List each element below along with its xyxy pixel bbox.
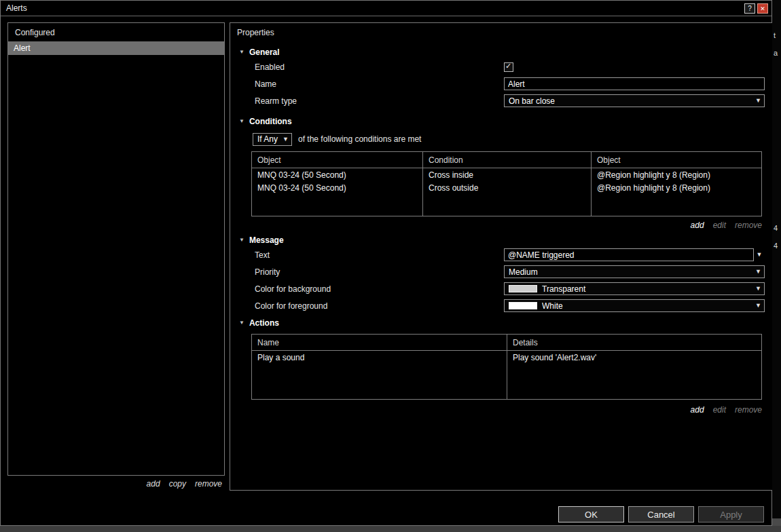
message-text-combo [504, 248, 765, 261]
table-filler [507, 364, 761, 399]
apply-button[interactable]: Apply [698, 506, 764, 522]
section-title: Conditions [249, 117, 292, 126]
remove-link[interactable]: remove [735, 221, 762, 230]
section-title: Actions [249, 318, 279, 328]
priority-dropdown[interactable]: Medium [504, 265, 765, 278]
table-cell[interactable]: Cross inside [423, 168, 592, 181]
section-actions-header[interactable]: Actions [239, 318, 772, 328]
rearm-type-dropdown[interactable]: On bar close [504, 94, 765, 107]
background-app-edge: t a 4 4 [772, 0, 781, 526]
help-button[interactable]: ? [744, 3, 755, 14]
edge-text-fragment: 4 [774, 242, 778, 250]
section-title: Message [249, 235, 284, 245]
cancel-button[interactable]: Cancel [628, 506, 694, 522]
edge-text-fragment: a [774, 49, 778, 57]
titlebar[interactable]: Alerts ? [1, 1, 771, 16]
dropdown-value: On bar close [509, 96, 755, 106]
conditions-match-row: If Any of the following conditions are m… [253, 132, 772, 147]
add-link[interactable]: add [691, 405, 704, 415]
enabled-label: Enabled [255, 62, 504, 72]
table-cell[interactable]: @Region highlight y 8 (Region) [592, 181, 761, 194]
alerts-window: Alerts ? Configured Alert add copy remov… [0, 0, 772, 526]
collapse-triangle-icon [239, 119, 244, 124]
dialog-footer: OK Cancel Apply [558, 506, 764, 522]
column-header: Object [252, 152, 423, 168]
table-cell[interactable]: MNQ 03-24 (50 Second) [252, 181, 423, 194]
text-label: Text [255, 250, 504, 260]
screen: Alerts ? Configured Alert add copy remov… [0, 0, 781, 532]
close-button[interactable] [757, 3, 768, 14]
ok-button[interactable]: OK [558, 506, 624, 522]
column-header: Condition [423, 152, 592, 168]
dropdown-value: Transparent [542, 284, 755, 294]
remove-link[interactable]: remove [735, 405, 762, 415]
column-header: Name [252, 335, 507, 351]
section-message-header[interactable]: Message [239, 235, 772, 245]
configured-panel: Configured Alert [7, 22, 225, 476]
foreground-color-dropdown[interactable]: White [504, 299, 765, 312]
priority-row: Priority Medium [255, 263, 772, 280]
section-title: General [249, 48, 280, 57]
collapse-triangle-icon [239, 320, 244, 326]
close-icon [760, 5, 765, 12]
properties-column: Properties General Enabled Name Rearm ty… [230, 22, 773, 491]
configured-column: Configured Alert add copy remove [7, 22, 225, 489]
configured-links: add copy remove [7, 479, 225, 489]
rearm-type-label: Rearm type [255, 96, 504, 106]
edit-link[interactable]: edit [713, 221, 726, 230]
chevron-down-icon [283, 136, 289, 142]
chevron-down-icon [755, 269, 761, 275]
table-cell[interactable]: Play sound 'Alert2.wav' [507, 351, 761, 364]
chevron-down-icon [755, 98, 761, 104]
table-filler [252, 364, 507, 399]
column-header: Object [592, 152, 761, 168]
table-cell[interactable]: MNQ 03-24 (50 Second) [252, 168, 423, 181]
add-link[interactable]: add [147, 479, 160, 489]
remove-link[interactable]: remove [195, 479, 222, 489]
color-swatch [509, 285, 537, 292]
conditions-links: add edit remove [251, 221, 762, 230]
table-filler [423, 194, 592, 216]
collapse-triangle-icon [239, 50, 244, 55]
window-title: Alerts [6, 3, 742, 13]
section-conditions-header[interactable]: Conditions [239, 116, 772, 126]
foreground-color-row: Color for foreground White [255, 297, 772, 314]
edit-link[interactable]: edit [713, 405, 726, 415]
column-header: Details [507, 335, 761, 351]
background-color-dropdown[interactable]: Transparent [504, 282, 765, 295]
dropdown-value: Medium [509, 267, 755, 277]
name-row: Name [255, 75, 772, 92]
list-item-alert[interactable]: Alert [8, 41, 224, 55]
section-general-header[interactable]: General [239, 47, 772, 57]
name-input[interactable] [504, 77, 765, 90]
dropdown-value: If Any [257, 134, 283, 144]
actions-links: add edit remove [251, 405, 762, 415]
properties-header: Properties [230, 23, 772, 41]
table-cell[interactable]: Cross outside [423, 181, 592, 194]
collapse-triangle-icon [239, 238, 244, 243]
conditions-suffix-text: of the following conditions are met [298, 134, 421, 144]
background-bottom-strip [0, 526, 781, 532]
add-link[interactable]: add [691, 221, 704, 230]
table-cell[interactable]: @Region highlight y 8 (Region) [592, 168, 761, 181]
chevron-down-icon [755, 286, 761, 292]
message-text-row: Text [255, 246, 772, 263]
conditions-table: Object Condition Object MNQ 03-24 (50 Se… [251, 151, 762, 216]
copy-link[interactable]: copy [169, 479, 186, 489]
match-type-dropdown[interactable]: If Any [253, 133, 292, 146]
enabled-checkbox[interactable] [504, 62, 513, 72]
table-filler [592, 194, 761, 216]
chevron-down-icon[interactable] [754, 252, 765, 258]
background-color-label: Color for background [255, 284, 504, 294]
enabled-row: Enabled [255, 58, 772, 75]
rearm-row: Rearm type On bar close [255, 92, 772, 109]
chevron-down-icon [755, 303, 761, 309]
edge-text-fragment: 4 [774, 224, 778, 232]
dropdown-value: White [542, 301, 755, 311]
background-corner-block [772, 518, 781, 526]
color-swatch [509, 302, 537, 309]
background-color-row: Color for background Transparent [255, 280, 772, 297]
table-cell[interactable]: Play a sound [252, 351, 507, 364]
message-text-input[interactable] [504, 248, 754, 261]
actions-table: Name Details Play a sound Play sound 'Al… [251, 334, 762, 400]
